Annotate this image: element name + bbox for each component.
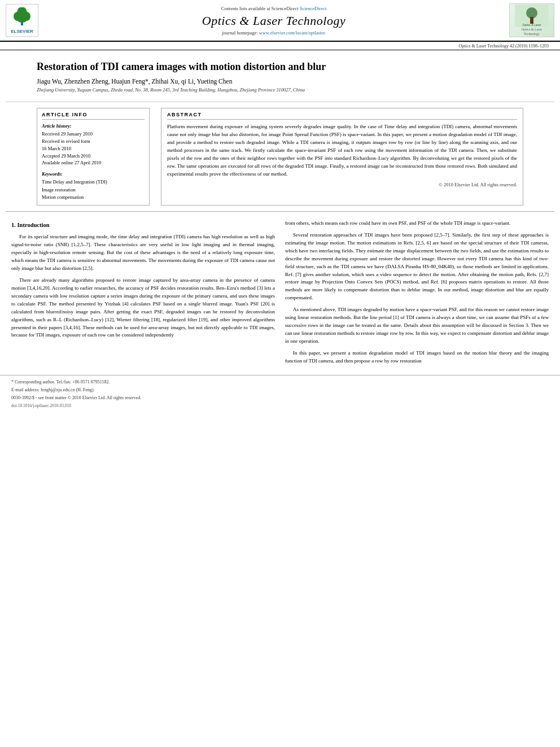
article-title-section: Restoration of TDI camera images with mo… <box>6 50 554 102</box>
homepage-label: journal homepage: <box>222 30 258 36</box>
journal-main-title: Optics & Laser Technology <box>202 14 345 28</box>
elsevier-logo: ELSEVIER <box>6 4 38 37</box>
journal-homepage-line: journal homepage: www.elsevier.com/locat… <box>222 30 326 36</box>
footer-copyright: 0030-3992/$ - see front matter © 2010 El… <box>11 395 549 401</box>
abstract-text: Platform movement during exposure of ima… <box>167 123 517 178</box>
received-revised-label: Received in revised form <box>42 138 145 145</box>
article-authors: Jiagu Wu, Zhenzhen Zheng, Huajun Feng*, … <box>37 78 523 85</box>
received-date: Received 29 January 2010 <box>42 130 145 138</box>
body-column-left: 1. Introduction For its special structur… <box>11 220 275 369</box>
svg-text:Optics & Laser: Optics & Laser <box>523 23 541 27</box>
available-online: Available online 27 April 2010 <box>42 159 145 167</box>
article-affiliation: Zhejiang University, Yuquan Campus, Zhed… <box>37 87 523 93</box>
footer-doi: doi:10.1016/j.optlasec.2010.03.010 <box>11 403 549 409</box>
keywords-label: Keywords: <box>42 171 145 177</box>
keyword-3: Motion compensation <box>42 194 145 202</box>
journal-header: ELSEVIER Contents lists available at Sci… <box>0 0 560 42</box>
intro-p5: As mentioned above, TDI images degraded … <box>285 306 549 346</box>
intro-section-title: 1. Introduction <box>11 221 275 230</box>
history-label: Article history: <box>42 123 145 129</box>
svg-point-4 <box>16 15 28 23</box>
journal-title-block: Contents lists available at ScienceDirec… <box>44 0 504 41</box>
contents-text: Contents lists available at ScienceDirec… <box>221 6 299 11</box>
intro-p1: For its special structure and imaging mo… <box>11 233 275 273</box>
abstract-column: ABSTRACT Platform movement during exposu… <box>161 108 523 206</box>
accepted-date: Accepted 29 March 2010 <box>42 152 145 160</box>
journal-logo-right: Optics & Laser Technology Optics & Laser… <box>504 0 560 41</box>
elsevier-logo-section: ELSEVIER <box>0 0 44 41</box>
citation-line: Optics & Laser Technology 42 (2010) 1198… <box>0 42 560 50</box>
contents-available-line: Contents lists available at ScienceDirec… <box>221 6 327 11</box>
sciencedirect-link[interactable]: ScienceDirect <box>300 6 327 11</box>
article-title: Restoration of TDI camera images with mo… <box>37 60 523 73</box>
keyword-2: Image restoration <box>42 186 145 194</box>
article-info-header: ARTICLE INFO <box>42 112 145 120</box>
footer-notes: * Corresponding author. Tel./fax: +86 05… <box>0 375 560 411</box>
received-revised-date: 16 March 2010 <box>42 145 145 152</box>
intro-p6: In this paper, we present a motion degra… <box>285 350 549 365</box>
footer-email: E-mail address: fenghj@zju.edu.cn (H. Fe… <box>11 387 549 394</box>
intro-p3: from others, which means each row could … <box>285 220 549 228</box>
abstract-header: ABSTRACT <box>167 112 517 120</box>
keyword-1: Time Delay and Integration (TDI) <box>42 178 145 186</box>
body-section: 1. Introduction For its special structur… <box>0 212 560 375</box>
article-info-column: ARTICLE INFO Article history: Received 2… <box>37 108 150 206</box>
journal-logo-box: Optics & Laser Technology Optics & Laser… <box>509 3 554 37</box>
journal-logo-text: Optics & LaserTechnology <box>522 28 542 37</box>
footer-corresponding: * Corresponding author. Tel./fax: +86 05… <box>11 379 549 386</box>
article-info-abstract-section: ARTICLE INFO Article history: Received 2… <box>6 102 554 212</box>
elsevier-wordmark: ELSEVIER <box>11 29 33 34</box>
intro-p4: Several restoration approaches of TDI im… <box>285 231 549 302</box>
homepage-url-link[interactable]: www.elsevier.com/locate/optlastec <box>259 30 326 36</box>
abstract-copyright: © 2010 Elsevier Ltd. All rights reserved… <box>167 182 517 187</box>
intro-p2: There are already many algorithms propos… <box>11 277 275 340</box>
body-column-right: from others, which means each row could … <box>285 220 549 369</box>
